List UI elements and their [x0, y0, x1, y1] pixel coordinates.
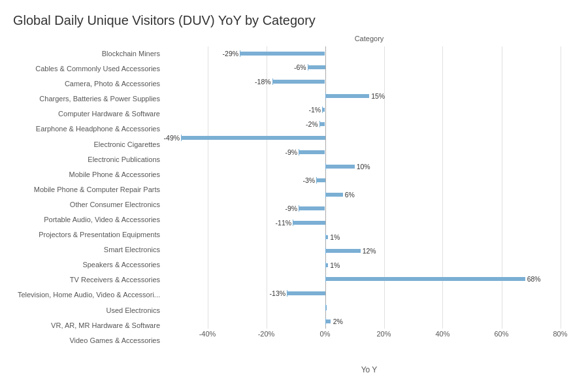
- y-label: Other Consumer Electronics: [70, 197, 160, 212]
- bar: [325, 249, 361, 253]
- bar-tick: [181, 135, 182, 141]
- bar: [316, 178, 325, 182]
- bar: [181, 136, 325, 140]
- y-label: Used Electronics: [106, 303, 160, 318]
- bar-row: -9%: [163, 145, 575, 159]
- bar-row: -9%: [163, 202, 575, 216]
- bar-tick: [325, 234, 326, 240]
- y-label: Camera, Photo & Accessories: [65, 77, 160, 91]
- x-axis-container: -40%-20%0%20%40%60%80% Yo Y: [163, 329, 575, 348]
- bar-row: -6%: [163, 61, 575, 75]
- x-tick-label: 80%: [553, 330, 567, 338]
- bar: [299, 150, 325, 154]
- chart-area: Blockchain MinersCables & Commonly Used …: [13, 35, 575, 368]
- chart-title: Global Daily Unique Visitors (DUV) YoY b…: [13, 13, 575, 28]
- bar-value-label: -11%: [276, 219, 292, 227]
- x-axis-title: Yo Y: [163, 365, 575, 374]
- bar-tick: [325, 248, 326, 254]
- bar-value-label: -13%: [270, 289, 286, 297]
- bar-tick: [299, 205, 299, 212]
- x-tick-label: -40%: [199, 330, 216, 338]
- bar-row: 1%: [163, 258, 575, 272]
- bar-tick: [272, 78, 273, 85]
- bar-row: 68%: [163, 272, 575, 287]
- bar: [240, 52, 325, 56]
- bar-row: 6%: [163, 188, 575, 202]
- plot-area: Category -29%-6%-18%15%-1%-2%-49%-9%10%-…: [163, 35, 575, 368]
- bar-tick: [322, 106, 323, 113]
- bar-row: -29%: [163, 46, 575, 61]
- bar-tick: [287, 290, 287, 297]
- bar-value-label: -29%: [223, 50, 239, 57]
- bar-value-label: -49%: [164, 134, 180, 142]
- y-label: Speakers & Accessories: [82, 258, 160, 272]
- bar-tick: [325, 93, 326, 99]
- x-tick-label: 0%: [320, 330, 331, 338]
- bar-value-label: 68%: [527, 275, 541, 283]
- y-label: Projectors & Presentation Equipments: [39, 228, 160, 242]
- y-label: Blockchain Miners: [102, 47, 160, 61]
- y-label: Electronic Cigarettes: [94, 137, 161, 152]
- bar-value-label: -9%: [285, 204, 297, 212]
- bar: [325, 193, 343, 197]
- bar: [293, 221, 325, 225]
- bar: [325, 94, 370, 98]
- bar-value-label: -18%: [255, 78, 271, 86]
- bar-row: 15%: [163, 89, 575, 103]
- y-label: Smart Electronics: [104, 243, 160, 257]
- bar-tick: [325, 276, 326, 282]
- y-label: Computer Hardware & Software: [58, 107, 160, 122]
- y-label: Mobile Phone & Computer Repair Parts: [34, 182, 160, 197]
- bar-value-label: 15%: [371, 92, 385, 100]
- bar-row: [163, 301, 575, 315]
- bar-tick: [325, 191, 326, 198]
- bar-value-label: -3%: [302, 176, 315, 184]
- bar-tick: [308, 64, 308, 71]
- y-label: Cables & Commonly Used Accessories: [35, 62, 160, 76]
- bar-row: -13%: [163, 286, 575, 301]
- category-header: Category: [163, 35, 575, 46]
- bar-value-label: -6%: [294, 63, 306, 71]
- bar-tick: [293, 220, 293, 226]
- x-tick-label: 40%: [435, 330, 449, 338]
- bar-row: -18%: [163, 74, 575, 89]
- bar-value-label: -1%: [308, 106, 321, 114]
- y-label: Mobile Phone & Accessories: [69, 167, 160, 182]
- y-label: Portable Audio, Video & Accessories: [44, 213, 160, 227]
- y-label: Electronic Publications: [88, 152, 160, 167]
- y-axis-labels: Blockchain MinersCables & Commonly Used …: [13, 35, 163, 368]
- y-label: VR, AR, MR Hardware & Software: [51, 318, 160, 333]
- bar-tick: [299, 149, 299, 155]
- bar-row: -49%: [163, 131, 575, 146]
- bar-row: -3%: [163, 173, 575, 188]
- bar: [308, 65, 325, 69]
- bar-row: 10%: [163, 159, 575, 174]
- bar-value-label: 10%: [357, 163, 370, 171]
- y-label: TV Receivers & Accessories: [70, 273, 160, 287]
- bar-row: 2%: [163, 314, 575, 329]
- bar-tick: [325, 163, 326, 170]
- y-label: Video Games & Accessories: [69, 333, 160, 348]
- bar-row: -2%: [163, 117, 575, 131]
- y-label: Chargers, Batteries & Power Supplies: [39, 92, 160, 106]
- bar-value-label: 1%: [330, 233, 340, 241]
- bar: [272, 80, 325, 84]
- bar: [299, 206, 325, 210]
- bar-row: 12%: [163, 244, 575, 258]
- y-label: Television, Home Audio, Video & Accessor…: [18, 288, 160, 302]
- y-label: Earphone & Headphone & Accessories: [36, 122, 160, 137]
- bar-tick: [325, 318, 326, 325]
- bar-tick: [240, 50, 240, 57]
- bar-value-label: -2%: [306, 120, 318, 128]
- bar-value-label: 2%: [333, 318, 343, 325]
- x-tick-label: 20%: [376, 330, 391, 338]
- bar-row: -11%: [163, 216, 575, 230]
- bar: [287, 291, 325, 295]
- grid-and-bars: -29%-6%-18%15%-1%-2%-49%-9%10%-3%6%-9%-1…: [163, 46, 575, 329]
- bar: [319, 122, 325, 126]
- x-tick-label: 60%: [494, 330, 508, 338]
- bar-value-label: -9%: [285, 148, 297, 156]
- bar: [325, 165, 355, 169]
- bar-tick: [319, 121, 320, 127]
- bar-value-label: 1%: [330, 261, 340, 269]
